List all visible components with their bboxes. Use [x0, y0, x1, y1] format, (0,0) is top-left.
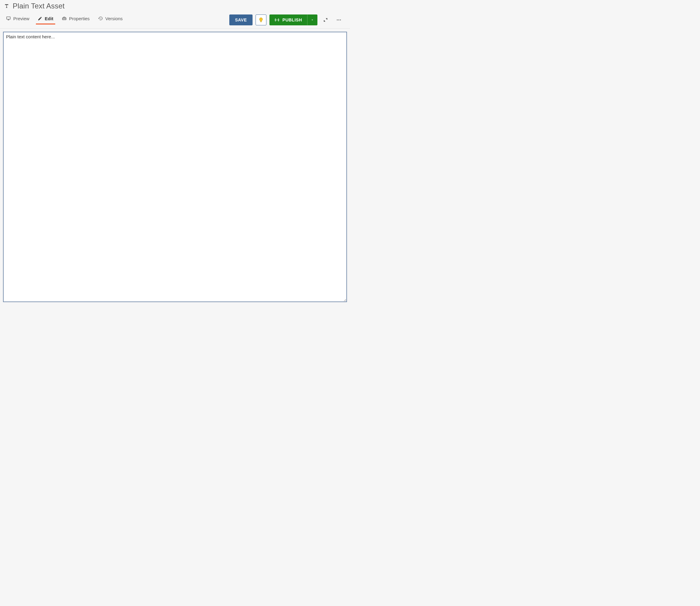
app-root: Plain Text Asset Preview Edit Proper — [0, 0, 350, 303]
svg-point-3 — [340, 20, 341, 21]
publish-button-group: PUBLISH — [269, 15, 317, 25]
history-icon — [98, 16, 103, 21]
pencil-icon — [38, 16, 42, 21]
svg-point-2 — [339, 20, 339, 21]
text-type-icon — [4, 3, 10, 9]
tab-bar: Preview Edit Properties Versions — [6, 16, 123, 24]
fullscreen-button[interactable] — [320, 15, 331, 25]
tab-properties[interactable]: Properties — [62, 16, 90, 24]
publish-dropdown-button[interactable] — [307, 15, 317, 25]
tab-edit[interactable]: Edit — [38, 16, 53, 24]
tab-label: Preview — [13, 16, 29, 21]
tab-label: Edit — [45, 16, 53, 21]
suggestions-button[interactable] — [256, 15, 266, 25]
toolbar: Preview Edit Properties Versions — [0, 10, 350, 29]
lightbulb-icon — [258, 17, 264, 23]
more-menu-button[interactable] — [334, 15, 344, 25]
expand-icon — [323, 17, 328, 23]
monitor-icon — [6, 16, 11, 21]
tab-versions[interactable]: Versions — [98, 16, 123, 24]
save-button-label: SAVE — [235, 18, 247, 22]
chevron-down-icon — [311, 18, 314, 22]
publish-button[interactable]: PUBLISH — [269, 15, 307, 25]
editor-container — [0, 29, 350, 306]
tab-label: Properties — [69, 16, 90, 21]
tab-label: Versions — [105, 16, 123, 21]
plain-text-editor[interactable] — [3, 32, 347, 302]
broadcast-icon — [274, 18, 280, 22]
tab-preview[interactable]: Preview — [6, 16, 29, 24]
publish-button-label: PUBLISH — [283, 18, 302, 22]
svg-point-1 — [337, 20, 338, 21]
save-button[interactable]: SAVE — [229, 15, 252, 25]
svg-rect-0 — [7, 17, 10, 19]
toolbar-actions: SAVE PUBLISH — [229, 15, 344, 25]
title-bar: Plain Text Asset — [0, 0, 350, 10]
more-horizontal-icon — [336, 17, 342, 23]
toolbox-icon — [62, 16, 67, 21]
page-title: Plain Text Asset — [13, 2, 65, 10]
